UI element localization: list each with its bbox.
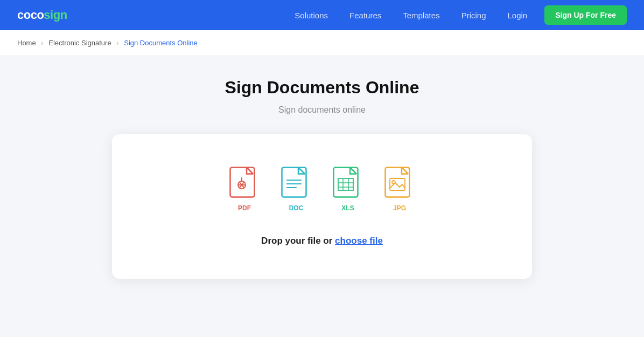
upload-card: PDF DOC <box>112 134 532 279</box>
pdf-label: PDF <box>238 204 251 212</box>
signup-button[interactable]: Sign Up For Free <box>544 5 627 25</box>
nav-solutions[interactable]: Solutions <box>295 11 328 20</box>
breadcrumb-sep-1: › <box>41 39 43 47</box>
nav-templates[interactable]: Templates <box>403 11 439 20</box>
breadcrumb-electronic-signature[interactable]: Electronic Signature <box>48 39 111 47</box>
xls-label: XLS <box>341 204 354 212</box>
logo-sign: sign <box>44 8 67 22</box>
page-title: Sign Documents Online <box>225 78 419 98</box>
choose-file-link[interactable]: choose file <box>335 236 383 246</box>
logo[interactable]: cocosign <box>17 8 67 22</box>
file-icon-xls: XLS <box>333 167 363 212</box>
breadcrumb: Home › Electronic Signature › Sign Docum… <box>0 30 644 56</box>
doc-label: DOC <box>289 204 304 212</box>
nav-links: Solutions Features Templates Pricing Log… <box>295 11 527 20</box>
nav-login[interactable]: Login <box>508 11 528 20</box>
xls-icon <box>333 167 363 203</box>
file-icon-doc: DOC <box>281 167 311 212</box>
file-icon-pdf: PDF <box>229 167 260 212</box>
doc-icon <box>281 167 311 203</box>
pdf-icon <box>229 167 260 203</box>
breadcrumb-home[interactable]: Home <box>17 39 36 47</box>
breadcrumb-current: Sign Documents Online <box>124 39 198 47</box>
file-icon-jpg: JPG <box>384 167 415 212</box>
nav-pricing[interactable]: Pricing <box>461 11 486 20</box>
page-subtitle: Sign documents online <box>278 105 366 115</box>
jpg-icon <box>384 167 415 203</box>
drop-text: Drop your file or choose file <box>261 236 383 246</box>
navbar: cocosign Solutions Features Templates Pr… <box>0 0 644 30</box>
breadcrumb-sep-2: › <box>116 39 118 47</box>
jpg-label: JPG <box>393 204 406 212</box>
file-icons: PDF DOC <box>229 167 415 212</box>
logo-coco: coco <box>17 8 44 22</box>
drop-text-prefix: Drop your file or <box>261 236 335 246</box>
nav-features[interactable]: Features <box>349 11 381 20</box>
main-content: Sign Documents Online Sign documents onl… <box>0 56 644 311</box>
